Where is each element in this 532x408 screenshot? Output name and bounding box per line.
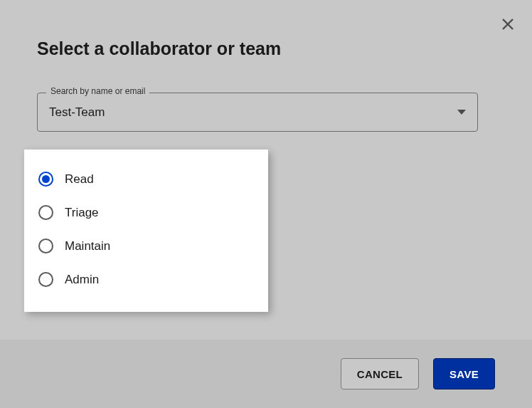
cancel-button[interactable]: CANCEL xyxy=(341,358,419,389)
permission-option-maintain[interactable]: Maintain xyxy=(38,229,254,263)
radio-icon xyxy=(38,239,53,253)
permission-option-label: Maintain xyxy=(65,239,110,253)
chevron-down-icon xyxy=(457,110,466,115)
close-icon xyxy=(501,17,515,31)
search-combobox[interactable]: Search by name or email Test-Team xyxy=(37,93,478,132)
search-field-label: Search by name or email xyxy=(46,86,149,96)
permission-option-triage[interactable]: Triage xyxy=(38,196,254,229)
permission-option-read[interactable]: Read xyxy=(38,162,254,196)
permission-option-label: Admin xyxy=(65,273,99,287)
permission-radio-group: Read Triage Maintain Admin xyxy=(24,150,268,312)
permission-option-label: Triage xyxy=(65,206,99,220)
save-button[interactable]: SAVE xyxy=(433,358,495,389)
search-field-value: Test-Team xyxy=(49,105,457,120)
permission-option-label: Read xyxy=(65,172,94,187)
radio-icon xyxy=(38,172,53,187)
dialog-footer: CANCEL SAVE xyxy=(0,340,532,408)
radio-icon xyxy=(38,205,53,220)
close-button[interactable] xyxy=(499,16,516,33)
dialog-title: Select a collaborator or team xyxy=(37,38,281,59)
radio-icon xyxy=(38,272,53,287)
radio-dot-icon xyxy=(42,175,50,183)
permission-option-admin[interactable]: Admin xyxy=(38,263,254,296)
